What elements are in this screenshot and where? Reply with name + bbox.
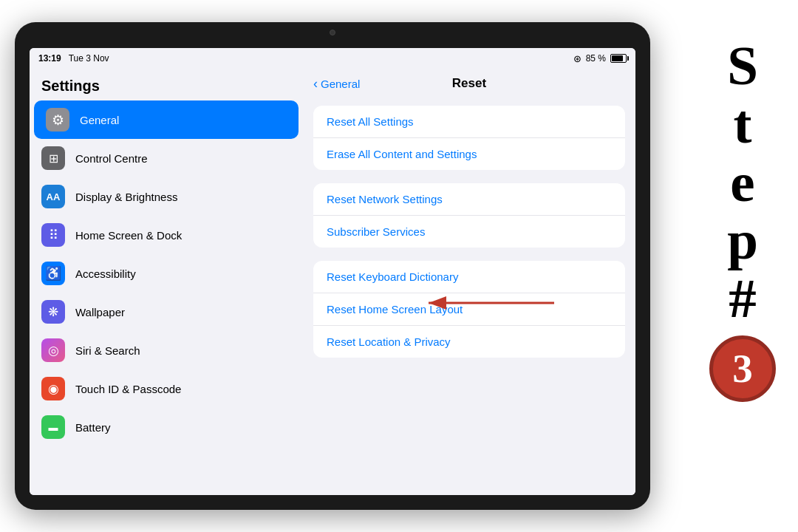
- accessibility-icon: ♿: [41, 262, 65, 285]
- tablet-frame: 13:19 Tue 3 Nov ⊛ 85 % Settings ⚙: [15, 22, 650, 510]
- step-p: p: [727, 211, 758, 270]
- reset-network-settings[interactable]: Reset Network Settings: [313, 183, 625, 215]
- nav-title: Reset: [452, 76, 486, 91]
- sidebar-item-label: Accessibility: [75, 267, 136, 280]
- sidebar-item-label: Home Screen & Dock: [75, 229, 182, 242]
- touchid-icon: ◉: [41, 377, 65, 400]
- sidebar-item-general[interactable]: ⚙ General: [34, 100, 299, 139]
- sidebar-item-label: Wallpaper: [75, 306, 125, 318]
- reset-group-3: Reset Keyboard Dictionary Reset Home Scr…: [313, 261, 625, 358]
- sidebar-item-label: Control Centre: [75, 152, 148, 165]
- step-hash: #: [729, 270, 757, 328]
- subscriber-services[interactable]: Subscriber Services: [313, 215, 625, 248]
- sidebar-title: Settings: [41, 78, 100, 94]
- step-label: S t e p # 3: [709, 37, 776, 402]
- camera: [330, 30, 335, 35]
- step-number-circle: 3: [709, 335, 776, 402]
- step-number: 3: [732, 348, 753, 389]
- sidebar-item-display[interactable]: AA Display & Brightness: [30, 177, 303, 216]
- battery-icon: ▬: [41, 415, 65, 439]
- chevron-left-icon: ‹: [313, 76, 318, 92]
- nav-header: ‹ General Reset: [303, 69, 635, 97]
- back-button[interactable]: ‹ General: [313, 76, 360, 92]
- sidebar-item-home[interactable]: ⠿ Home Screen & Dock: [30, 216, 303, 254]
- home-icon: ⠿: [41, 223, 65, 247]
- sidebar: Settings ⚙ General ⊞ Control Centre AA D…: [30, 69, 303, 495]
- step-chars: S t e p #: [727, 37, 758, 328]
- sidebar-item-label: Display & Brightness: [75, 191, 177, 203]
- sidebar-item-touchid[interactable]: ◉ Touch ID & Passcode: [30, 369, 303, 408]
- reset-list: Reset All Settings Erase All Content and…: [303, 97, 635, 495]
- status-date: Tue 3 Nov: [69, 53, 109, 64]
- sidebar-header: Settings: [30, 69, 303, 100]
- status-bar: 13:19 Tue 3 Nov ⊛ 85 %: [30, 48, 635, 69]
- step-s: S: [727, 37, 758, 95]
- sidebar-item-label: Siri & Search: [75, 344, 140, 357]
- step-t: t: [734, 95, 752, 154]
- reset-home-screen-layout[interactable]: Reset Home Screen Layout: [313, 293, 625, 325]
- sidebar-item-wallpaper[interactable]: ❋ Wallpaper: [30, 293, 303, 331]
- battery-icon: [610, 54, 627, 63]
- sidebar-item-siri[interactable]: ◎ Siri & Search: [30, 331, 303, 369]
- right-panel: ‹ General Reset Reset All Settings Erase…: [303, 69, 635, 495]
- display-icon: AA: [41, 185, 65, 208]
- sidebar-item-accessibility[interactable]: ♿ Accessibility: [30, 254, 303, 293]
- sidebar-item-label: Touch ID & Passcode: [75, 383, 181, 395]
- sidebar-item-label: General: [80, 114, 119, 126]
- status-time: 13:19: [38, 53, 61, 64]
- sidebar-item-control[interactable]: ⊞ Control Centre: [30, 139, 303, 177]
- wifi-icon: ⊛: [573, 53, 582, 64]
- battery-fill: [612, 55, 623, 61]
- reset-location-privacy[interactable]: Reset Location & Privacy: [313, 325, 625, 358]
- content-area: Settings ⚙ General ⊞ Control Centre AA D…: [30, 69, 635, 495]
- status-right: ⊛ 85 %: [573, 53, 627, 64]
- screen: 13:19 Tue 3 Nov ⊛ 85 % Settings ⚙: [30, 48, 635, 495]
- gear-icon: ⚙: [46, 108, 69, 132]
- reset-keyboard-dictionary[interactable]: Reset Keyboard Dictionary: [313, 261, 625, 293]
- battery-percent: 85 %: [586, 53, 606, 64]
- reset-group-2: Reset Network Settings Subscriber Servic…: [313, 183, 625, 248]
- step-e: e: [730, 154, 754, 212]
- reset-group-1: Reset All Settings Erase All Content and…: [313, 106, 625, 170]
- wallpaper-icon: ❋: [41, 300, 65, 324]
- back-label: General: [321, 78, 360, 90]
- control-icon: ⊞: [41, 146, 65, 170]
- reset-all-settings[interactable]: Reset All Settings: [313, 106, 625, 137]
- siri-icon: ◎: [41, 338, 65, 362]
- sidebar-item-battery[interactable]: ▬ Battery: [30, 408, 303, 446]
- sidebar-item-label: Battery: [75, 421, 111, 434]
- erase-all-content[interactable]: Erase All Content and Settings: [313, 137, 625, 170]
